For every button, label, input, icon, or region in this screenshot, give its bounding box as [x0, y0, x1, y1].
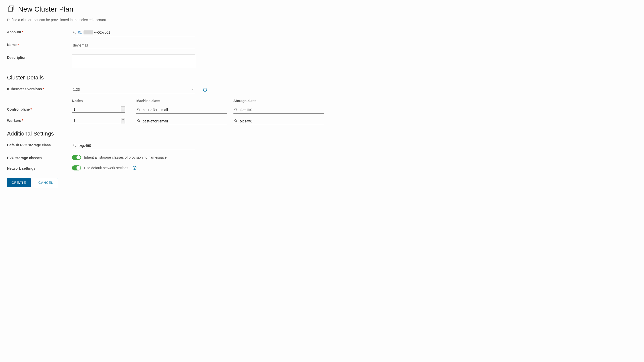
row-k8s-version: Kubernetes versions* 1.23: [7, 86, 637, 93]
page-header: New Cluster Plan: [7, 5, 637, 13]
stepper-up-icon[interactable]: [121, 118, 125, 121]
label-default-pvc: Default PVC storage class: [7, 142, 72, 147]
network-default-label: Use default network settings: [84, 166, 128, 170]
create-button[interactable]: CREATE: [7, 178, 31, 187]
control-plane-storage-input[interactable]: [233, 106, 324, 114]
label-name: Name*: [7, 42, 72, 47]
row-pvc-classes: PVC storage classes Inherit all storage …: [7, 155, 637, 160]
section-additional-settings: Additional Settings: [7, 130, 637, 137]
section-cluster-details: Cluster Details: [7, 74, 637, 81]
row-default-pvc: Default PVC storage class: [7, 142, 637, 149]
svg-line-15: [236, 110, 237, 111]
search-icon: [137, 119, 141, 123]
search-icon: [234, 108, 238, 112]
svg-rect-0: [8, 7, 13, 11]
svg-line-19: [236, 121, 237, 122]
account-value: xx-w02-vc01: [84, 30, 110, 34]
svg-line-2: [75, 33, 76, 33]
search-icon: [234, 119, 238, 123]
row-control-plane: Control plane*: [7, 106, 637, 114]
svg-point-14: [235, 108, 237, 110]
svg-point-12: [138, 108, 140, 110]
stepper-down-icon[interactable]: [121, 109, 125, 112]
svg-point-20: [73, 144, 75, 146]
name-input[interactable]: [72, 42, 195, 49]
col-nodes-header: Nodes: [72, 99, 136, 103]
stepper-down-icon[interactable]: [121, 121, 125, 123]
k8s-version-select[interactable]: 1.23: [72, 86, 195, 93]
workers-nodes-stepper[interactable]: [72, 118, 125, 124]
svg-point-1: [73, 31, 75, 33]
workers-storage-input[interactable]: [233, 118, 324, 125]
svg-point-11: [205, 89, 205, 89]
node-grid-header: Nodes Machine class Storage class: [72, 99, 637, 103]
label-network: Network settings: [7, 165, 72, 170]
svg-line-21: [75, 146, 76, 147]
col-machine-header: Machine class: [136, 99, 233, 103]
row-account: Account* xx-w02-vc01: [7, 29, 637, 36]
network-default-toggle[interactable]: [72, 165, 81, 170]
control-plane-machine-input[interactable]: [136, 106, 227, 114]
row-network: Network settings Use default network set…: [7, 165, 637, 170]
control-plane-nodes-stepper[interactable]: [72, 106, 125, 113]
vcenter-resource-icon: [78, 30, 82, 34]
default-pvc-storage-input[interactable]: [72, 142, 195, 149]
account-redacted-prefix: xx: [84, 30, 93, 34]
search-icon: [137, 108, 141, 112]
stepper-up-icon[interactable]: [121, 107, 125, 109]
svg-line-17: [139, 121, 140, 122]
pvc-inherit-label: Inherit all storage classes of provision…: [84, 155, 167, 159]
description-textarea[interactable]: [72, 55, 195, 68]
label-control-plane: Control plane*: [7, 106, 72, 111]
page-subtitle: Define a cluster that can be provisioned…: [7, 18, 637, 22]
col-storage-header: Storage class: [233, 99, 325, 103]
account-search-input[interactable]: xx-w02-vc01: [72, 29, 195, 36]
search-icon: [72, 30, 76, 35]
svg-point-16: [138, 120, 140, 122]
cancel-button[interactable]: CANCEL: [34, 178, 58, 187]
label-k8s-version: Kubernetes versions*: [7, 86, 72, 91]
label-workers: Workers*: [7, 118, 72, 123]
action-bar: CREATE CANCEL: [7, 178, 637, 187]
svg-point-18: [235, 120, 237, 122]
label-pvc-classes: PVC storage classes: [7, 155, 72, 160]
cluster-plan-icon: [7, 5, 15, 13]
svg-point-24: [134, 167, 135, 167]
row-name: Name*: [7, 42, 637, 49]
svg-line-13: [139, 110, 140, 111]
pvc-inherit-toggle[interactable]: [72, 155, 81, 160]
page-title: New Cluster Plan: [18, 5, 73, 13]
info-icon[interactable]: [203, 87, 207, 92]
info-icon[interactable]: [132, 166, 137, 170]
label-description: Description: [7, 55, 72, 60]
chevron-down-icon: [191, 87, 194, 92]
row-workers: Workers*: [7, 118, 637, 125]
label-account: Account*: [7, 29, 72, 34]
workers-machine-input[interactable]: [136, 118, 227, 125]
row-description: Description: [7, 55, 637, 69]
search-icon: [72, 143, 76, 148]
